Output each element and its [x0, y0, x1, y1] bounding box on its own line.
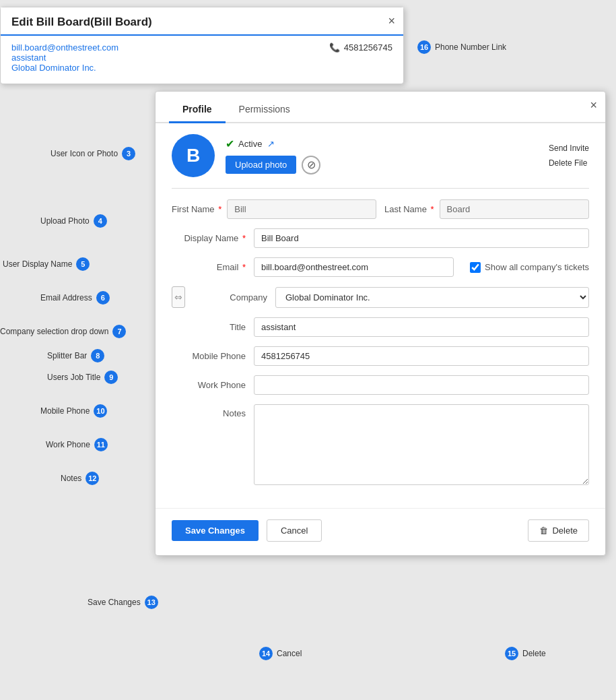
mobile-phone-input[interactable]	[254, 346, 589, 366]
display-name-input[interactable]	[254, 228, 589, 248]
annotation-badge-13: 13	[145, 596, 158, 609]
annotation-12: Notes 12	[61, 472, 99, 485]
annotation-11: Work Phone 11	[46, 438, 108, 451]
annotation-label-13: Save Changes	[88, 598, 141, 607]
mobile-phone-label: Mobile Phone	[172, 351, 246, 361]
last-name-label: Last Name *	[384, 204, 434, 214]
external-link-icon[interactable]: ↗	[267, 139, 275, 149]
annotation-badge-7: 7	[112, 325, 126, 338]
first-name-label: First Name *	[172, 204, 221, 214]
check-icon: ✔	[226, 137, 234, 150]
first-name-input[interactable]	[227, 199, 376, 219]
annotation-9: Users Job Title 9	[47, 371, 118, 384]
notes-textarea[interactable]	[254, 404, 589, 485]
annotation-label-11: Work Phone	[46, 440, 90, 449]
annotation-badge-12: 12	[85, 472, 99, 485]
outer-info-right: 📞 4581256745	[329, 42, 392, 53]
splitter-bar[interactable]: ⇔	[172, 286, 185, 308]
show-tickets-group: Show all company's tickets	[470, 262, 589, 273]
trash-icon: 🗑	[539, 526, 548, 536]
title-input[interactable]	[254, 317, 589, 337]
delete-file-label: Delete File	[549, 158, 587, 168]
annotation-label-16: Phone Number Link	[435, 42, 506, 52]
company-select[interactable]: Global Dominator Inc.	[275, 287, 589, 308]
display-name-row: Display Name *	[172, 228, 589, 248]
annotation-8: Splitter Bar 8	[47, 349, 104, 362]
annotation-label-3: User Icon or Photo	[50, 149, 118, 158]
title-row: Title	[172, 317, 589, 337]
company-link[interactable]: Global Dominator Inc.	[11, 63, 302, 73]
first-name-required: *	[216, 204, 222, 214]
annotation-label-15: Delete	[522, 649, 546, 658]
annotation-label-4: Upload Photo	[40, 216, 90, 226]
delete-button[interactable]: 🗑 Delete	[528, 519, 589, 542]
send-invite-label: Send Invite	[549, 144, 589, 153]
annotation-3: User Icon or Photo 3	[50, 147, 135, 160]
annotation-badge-9: 9	[104, 371, 118, 384]
company-row: ⇔ Company Global Dominator Inc.	[172, 286, 589, 308]
inner-modal: × Profile Permissions B ✔ Active ↗ Uploa…	[155, 91, 606, 556]
outer-modal: Edit Bill Board(Bill Board) × bill.board…	[0, 7, 404, 84]
outer-info-row: bill.board@onthestreet.com assistant Glo…	[11, 42, 392, 73]
annotation-label-6: Email Address	[40, 293, 92, 303]
mobile-phone-row: Mobile Phone	[172, 346, 589, 366]
annotation-badge-16: 16	[417, 40, 431, 54]
annotation-badge-8: 8	[91, 349, 104, 362]
cancel-button[interactable]: Cancel	[267, 519, 322, 542]
annotation-14: 14 Cancel	[259, 647, 302, 660]
footer-row: Save Changes Cancel 🗑 Delete	[156, 508, 605, 555]
annotation-label-12: Notes	[61, 474, 81, 483]
active-status-row: ✔ Active ↗	[226, 137, 320, 150]
delete-file-button[interactable]: ⊘	[302, 156, 320, 174]
email-row: Email * Show all company's tickets	[172, 257, 589, 277]
company-label: Company	[193, 292, 267, 303]
annotation-badge-6: 6	[96, 291, 110, 305]
last-name-group: Last Name *	[384, 199, 589, 219]
avatar: B	[172, 134, 215, 177]
annotation-label-9: Users Job Title	[47, 373, 100, 382]
notes-label: Notes	[172, 408, 246, 418]
notes-row: Notes	[172, 404, 589, 485]
annotation-badge-14: 14	[259, 647, 273, 660]
last-name-input[interactable]	[440, 199, 589, 219]
inner-modal-close-button[interactable]: ×	[590, 98, 597, 113]
active-row: B ✔ Active ↗ Upload photo ⊘ Send Invite	[172, 134, 589, 177]
outer-info-left: bill.board@onthestreet.com assistant Glo…	[11, 42, 302, 73]
annotation-label-10: Mobile Phone	[40, 406, 90, 416]
annotation-15: 15 Delete	[505, 647, 546, 660]
annotation-badge-3: 3	[122, 147, 135, 160]
work-phone-input[interactable]	[254, 375, 589, 395]
upload-photo-button[interactable]: Upload photo	[226, 156, 296, 174]
profile-content: B ✔ Active ↗ Upload photo ⊘ Send Invite	[156, 123, 605, 508]
email-input[interactable]	[254, 257, 454, 277]
display-name-label: Display Name *	[172, 233, 246, 243]
annotation-badge-10: 10	[94, 404, 107, 418]
annotation-badge-5: 5	[76, 257, 90, 271]
annotation-13: Save Changes 13	[88, 596, 158, 609]
outer-modal-header: Edit Bill Board(Bill Board) ×	[1, 7, 403, 36]
divider	[172, 188, 589, 189]
delete-button-label: Delete	[552, 526, 578, 536]
annotation-badge-15: 15	[505, 647, 518, 660]
tabs-bar: Profile Permissions	[156, 97, 605, 123]
active-controls: ✔ Active ↗ Upload photo ⊘	[226, 137, 320, 174]
work-phone-row: Work Phone	[172, 375, 589, 395]
email-label: Email *	[172, 262, 246, 272]
show-tickets-checkbox[interactable]	[470, 262, 481, 273]
first-name-group: First Name *	[172, 199, 376, 219]
annotation-5: User Display Name 5	[3, 257, 90, 271]
tab-profile[interactable]: Profile	[169, 97, 226, 123]
upload-row: Upload photo ⊘	[226, 156, 320, 174]
outer-modal-close-button[interactable]: ×	[388, 14, 395, 28]
send-invite-row: Send Invite	[549, 144, 589, 153]
annotation-10: Mobile Phone 10	[40, 404, 107, 418]
tab-permissions[interactable]: Permissions	[226, 97, 304, 123]
annotation-badge-11: 11	[94, 438, 108, 451]
job-title-link[interactable]: assistant	[11, 53, 302, 63]
annotation-badge-4: 4	[94, 214, 107, 228]
show-tickets-label: Show all company's tickets	[485, 262, 589, 272]
annotation-label-14: Cancel	[277, 649, 302, 658]
phone-number-link[interactable]: 4581256745	[344, 42, 392, 53]
email-address-link[interactable]: bill.board@onthestreet.com	[11, 42, 302, 53]
save-changes-button[interactable]: Save Changes	[172, 520, 259, 541]
